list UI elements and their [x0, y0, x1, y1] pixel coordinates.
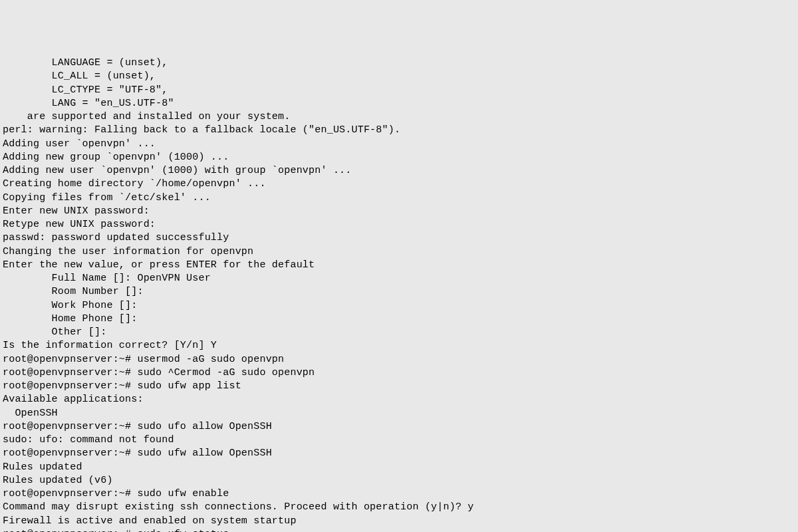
terminal-line: Creating home directory `/home/openvpn' …	[3, 178, 798, 191]
terminal-line: perl: warning: Falling back to a fallbac…	[3, 124, 798, 137]
terminal-line: Rules updated (v6)	[3, 474, 798, 487]
terminal-line: Enter new UNIX password:	[3, 205, 798, 218]
terminal-line: Work Phone []:	[3, 299, 798, 313]
terminal-output[interactable]: LANGUAGE = (unset), LC_ALL = (unset), LC…	[3, 57, 798, 532]
terminal-line: Home Phone []:	[3, 313, 798, 326]
terminal-line: LC_CTYPE = "UTF-8",	[3, 84, 798, 97]
terminal-line: Is the information correct? [Y/n] Y	[3, 339, 798, 352]
terminal-line: Command may disrupt existing ssh connect…	[3, 501, 798, 514]
terminal-line: Adding new user `openvpn' (1000) with gr…	[3, 164, 798, 178]
terminal-line: Full Name []: OpenVPN User	[3, 272, 798, 285]
terminal-line: Retype new UNIX password:	[3, 218, 798, 231]
terminal-line: root@openvpnserver:~# sudo ufw enable	[3, 487, 798, 501]
terminal-line: root@openvpnserver:~# sudo ^Cermod -aG s…	[3, 366, 798, 380]
terminal-line: Room Number []:	[3, 285, 798, 299]
terminal-line: Enter the new value, or press ENTER for …	[3, 259, 798, 272]
terminal-line: Copying files from `/etc/skel' ...	[3, 192, 798, 205]
terminal-line: OpenSSH	[3, 407, 798, 420]
terminal-line: root@openvpnserver:~# sudo ufw app list	[3, 380, 798, 393]
terminal-line: Available applications:	[3, 393, 798, 406]
terminal-line: LC_ALL = (unset),	[3, 70, 798, 83]
terminal-line: root@openvpnserver:~# sudo ufw allow Ope…	[3, 447, 798, 460]
terminal-line: Rules updated	[3, 461, 798, 474]
terminal-line: LANGUAGE = (unset),	[3, 57, 798, 70]
terminal-line: sudo: ufo: command not found	[3, 434, 798, 447]
terminal-line: root@openvpnserver:~# usermod -aG sudo o…	[3, 353, 798, 366]
terminal-line: LANG = "en_US.UTF-8"	[3, 97, 798, 110]
terminal-line: root@openvpnserver:~# sudo ufo allow Ope…	[3, 420, 798, 434]
terminal-line: Adding new group `openvpn' (1000) ...	[3, 151, 798, 164]
terminal-line: are supported and installed on your syst…	[3, 110, 798, 124]
terminal-line: Adding user `openvpn' ...	[3, 138, 798, 151]
terminal-line: root@openvpnserver:~# sudo ufw status	[3, 528, 798, 532]
terminal-line: passwd: password updated successfully	[3, 231, 798, 245]
terminal-line: Firewall is active and enabled on system…	[3, 515, 798, 528]
terminal-line: Changing the user information for openvp…	[3, 245, 798, 259]
terminal-line: Other []:	[3, 326, 798, 339]
